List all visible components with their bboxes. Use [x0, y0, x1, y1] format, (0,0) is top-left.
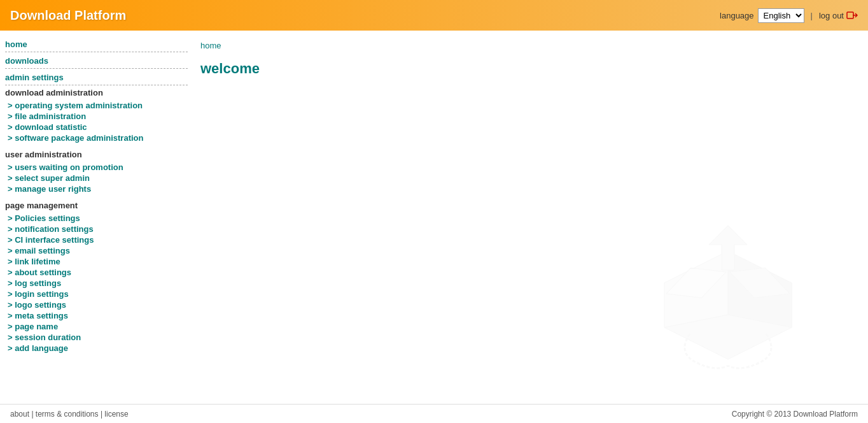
sidebar-home-link[interactable]: home	[5, 37, 188, 52]
footer-links: about | terms & conditions | license	[10, 410, 129, 419]
welcome-heading: welcome	[200, 61, 855, 77]
logout-button[interactable]: log out	[819, 10, 858, 21]
sidebar-item-about[interactable]: > about settings	[5, 267, 188, 278]
sidebar-group-user-admin: user administration > users waiting on p…	[5, 150, 188, 194]
app-title: Download Platform	[10, 8, 126, 23]
sidebar-item-users-waiting[interactable]: > users waiting on promotion	[5, 162, 188, 173]
sidebar-group-title-page: page management	[5, 201, 188, 210]
svg-rect-0	[847, 12, 853, 18]
sidebar-item-log[interactable]: > log settings	[5, 278, 188, 289]
sidebar-item-login[interactable]: > login settings	[5, 289, 188, 299]
sidebar-admin-settings-link[interactable]: admin settings	[5, 70, 188, 85]
sidebar: home downloads admin settings download a…	[0, 31, 188, 404]
divider: |	[811, 11, 813, 20]
breadcrumb-home[interactable]: home	[200, 41, 855, 50]
footer-license-link[interactable]: license	[104, 410, 128, 419]
sidebar-item-email[interactable]: > email settings	[5, 245, 188, 256]
sidebar-item-download-statistic[interactable]: > download statistic	[5, 122, 188, 133]
language-label: language	[720, 11, 754, 20]
sidebar-group-title-download: download administration	[5, 88, 188, 97]
logout-icon	[846, 10, 858, 21]
sidebar-item-os-admin[interactable]: > operating system administration	[5, 100, 188, 111]
sidebar-item-logo[interactable]: > logo settings	[5, 299, 188, 310]
sidebar-item-software-package[interactable]: > software package administration	[5, 133, 188, 143]
sidebar-item-notification[interactable]: > notification settings	[5, 224, 188, 234]
footer-terms-link[interactable]: terms & conditions	[36, 410, 99, 419]
sidebar-group-page-mgmt: page management > Policies settings > no…	[5, 201, 188, 354]
footer-about-link[interactable]: about	[10, 410, 29, 419]
content-area: home welcome	[188, 31, 868, 404]
header: Download Platform language English | log…	[0, 0, 868, 31]
sidebar-downloads-link[interactable]: downloads	[5, 54, 188, 69]
sidebar-item-file-admin[interactable]: > file administration	[5, 111, 188, 122]
sidebar-item-link-lifetime[interactable]: > link lifetime	[5, 256, 188, 267]
footer-copyright: Copyright © 2013 Download Platform	[732, 410, 858, 419]
sidebar-item-manage-user-rights[interactable]: > manage user rights	[5, 183, 188, 194]
sidebar-item-session-duration[interactable]: > session duration	[5, 332, 188, 343]
footer: about | terms & conditions | license Cop…	[0, 404, 868, 423]
sidebar-item-page-name[interactable]: > page name	[5, 321, 188, 332]
sidebar-item-policies[interactable]: > Policies settings	[5, 213, 188, 224]
sidebar-group-download-admin: download administration > operating syst…	[5, 88, 188, 143]
sidebar-group-title-user: user administration	[5, 150, 188, 159]
sidebar-item-add-language[interactable]: > add language	[5, 343, 188, 354]
sidebar-item-ci-interface[interactable]: > CI interface settings	[5, 234, 188, 245]
sidebar-item-select-super-admin[interactable]: > select super admin	[5, 173, 188, 183]
header-controls: language English | log out	[720, 8, 858, 23]
main-layout: home downloads admin settings download a…	[0, 31, 868, 404]
sidebar-item-meta[interactable]: > meta settings	[5, 310, 188, 321]
language-select[interactable]: English	[758, 8, 804, 23]
